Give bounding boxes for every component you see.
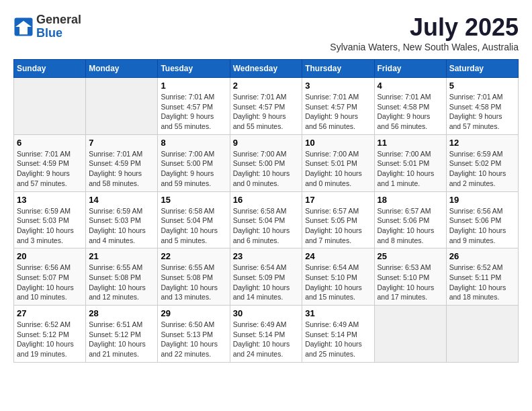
- calendar-cell: 11Sunrise: 7:00 AMSunset: 5:01 PMDayligh…: [374, 134, 446, 191]
- calendar-cell: 2Sunrise: 7:01 AMSunset: 4:57 PMDaylight…: [230, 78, 302, 135]
- calendar-cell: 30Sunrise: 6:49 AMSunset: 5:14 PMDayligh…: [230, 306, 302, 363]
- logo-general: General: [36, 13, 81, 27]
- calendar-cell: 4Sunrise: 7:01 AMSunset: 4:58 PMDaylight…: [374, 78, 446, 135]
- day-number: 21: [89, 251, 154, 261]
- day-info: Sunrise: 6:58 AMSunset: 5:04 PMDaylight:…: [161, 206, 226, 246]
- day-info: Sunrise: 6:58 AMSunset: 5:04 PMDaylight:…: [233, 206, 300, 246]
- calendar-cell: 15Sunrise: 6:58 AMSunset: 5:04 PMDayligh…: [158, 191, 230, 248]
- weekday-header: Monday: [86, 60, 158, 78]
- day-number: 3: [305, 81, 371, 91]
- day-number: 4: [378, 81, 443, 91]
- day-info: Sunrise: 6:55 AMSunset: 5:08 PMDaylight:…: [89, 263, 154, 302]
- day-number: 26: [449, 251, 515, 261]
- day-info: Sunrise: 6:49 AMSunset: 5:14 PMDaylight:…: [305, 320, 371, 359]
- calendar-cell: 9Sunrise: 7:00 AMSunset: 5:00 PMDaylight…: [230, 134, 302, 191]
- logo-icon: [13, 17, 34, 37]
- day-number: 11: [378, 138, 443, 148]
- day-info: Sunrise: 7:01 AMSunset: 4:59 PMDaylight:…: [89, 149, 154, 189]
- day-number: 29: [161, 308, 226, 318]
- day-info: Sunrise: 6:56 AMSunset: 5:07 PMDaylight:…: [17, 263, 83, 302]
- weekday-header: Friday: [374, 60, 446, 78]
- day-info: Sunrise: 6:52 AMSunset: 5:11 PMDaylight:…: [449, 263, 515, 302]
- day-number: 7: [89, 138, 154, 148]
- day-number: 9: [233, 138, 300, 148]
- calendar-cell: 31Sunrise: 6:49 AMSunset: 5:14 PMDayligh…: [302, 306, 374, 363]
- logo: General Blue: [13, 13, 81, 40]
- day-info: Sunrise: 7:00 AMSunset: 5:01 PMDaylight:…: [305, 149, 371, 189]
- day-number: 6: [17, 138, 83, 148]
- day-info: Sunrise: 6:51 AMSunset: 5:12 PMDaylight:…: [89, 320, 154, 359]
- day-number: 31: [305, 308, 371, 318]
- calendar-cell: 24Sunrise: 6:54 AMSunset: 5:10 PMDayligh…: [302, 248, 374, 306]
- calendar-week-row: 27Sunrise: 6:52 AMSunset: 5:12 PMDayligh…: [14, 306, 519, 363]
- calendar-table: SundayMondayTuesdayWednesdayThursdayFrid…: [13, 59, 519, 363]
- day-info: Sunrise: 7:01 AMSunset: 4:59 PMDaylight:…: [17, 149, 83, 189]
- day-info: Sunrise: 7:01 AMSunset: 4:57 PMDaylight:…: [305, 92, 371, 132]
- calendar-cell: 3Sunrise: 7:01 AMSunset: 4:57 PMDaylight…: [302, 78, 374, 135]
- weekday-header: Saturday: [446, 60, 518, 78]
- calendar-cell: 13Sunrise: 6:59 AMSunset: 5:03 PMDayligh…: [14, 191, 86, 248]
- calendar-week-row: 6Sunrise: 7:01 AMSunset: 4:59 PMDaylight…: [14, 134, 519, 191]
- day-info: Sunrise: 6:49 AMSunset: 5:14 PMDaylight:…: [233, 320, 300, 359]
- day-info: Sunrise: 7:00 AMSunset: 5:00 PMDaylight:…: [161, 149, 226, 189]
- day-info: Sunrise: 7:01 AMSunset: 4:58 PMDaylight:…: [378, 92, 443, 132]
- day-info: Sunrise: 6:59 AMSunset: 5:02 PMDaylight:…: [449, 149, 515, 189]
- weekday-header: Wednesday: [230, 60, 302, 78]
- calendar-week-row: 13Sunrise: 6:59 AMSunset: 5:03 PMDayligh…: [14, 191, 519, 248]
- day-number: 24: [305, 251, 371, 261]
- day-info: Sunrise: 7:01 AMSunset: 4:58 PMDaylight:…: [449, 92, 515, 132]
- calendar-cell: [86, 78, 158, 135]
- calendar-cell: 19Sunrise: 6:56 AMSunset: 5:06 PMDayligh…: [446, 191, 518, 248]
- calendar-cell: [14, 78, 86, 135]
- calendar-cell: 29Sunrise: 6:50 AMSunset: 5:13 PMDayligh…: [158, 306, 230, 363]
- calendar-cell: 22Sunrise: 6:55 AMSunset: 5:08 PMDayligh…: [158, 248, 230, 306]
- day-number: 25: [378, 251, 443, 261]
- day-info: Sunrise: 6:56 AMSunset: 5:06 PMDaylight:…: [449, 206, 515, 246]
- day-number: 30: [233, 308, 300, 318]
- calendar-week-row: 1Sunrise: 7:01 AMSunset: 4:57 PMDaylight…: [14, 78, 519, 135]
- weekday-header: Sunday: [14, 60, 86, 78]
- day-number: 15: [161, 195, 226, 205]
- day-number: 8: [161, 138, 226, 148]
- calendar-cell: 5Sunrise: 7:01 AMSunset: 4:58 PMDaylight…: [446, 78, 518, 135]
- calendar-cell: 12Sunrise: 6:59 AMSunset: 5:02 PMDayligh…: [446, 134, 518, 191]
- day-number: 22: [161, 251, 226, 261]
- calendar-cell: 28Sunrise: 6:51 AMSunset: 5:12 PMDayligh…: [86, 306, 158, 363]
- day-info: Sunrise: 6:54 AMSunset: 5:09 PMDaylight:…: [233, 263, 300, 302]
- logo-blue: Blue: [36, 27, 81, 40]
- logo-text: General Blue: [36, 13, 81, 40]
- weekday-header: Thursday: [302, 60, 374, 78]
- location-subtitle: Sylvania Waters, New South Wales, Austra…: [330, 42, 519, 52]
- day-info: Sunrise: 6:59 AMSunset: 5:03 PMDaylight:…: [89, 206, 154, 246]
- day-number: 17: [305, 195, 371, 205]
- day-number: 16: [233, 195, 300, 205]
- day-number: 19: [449, 195, 515, 205]
- day-info: Sunrise: 6:54 AMSunset: 5:10 PMDaylight:…: [305, 263, 371, 302]
- calendar-cell: 26Sunrise: 6:52 AMSunset: 5:11 PMDayligh…: [446, 248, 518, 306]
- day-info: Sunrise: 6:59 AMSunset: 5:03 PMDaylight:…: [17, 206, 83, 246]
- calendar-cell: 20Sunrise: 6:56 AMSunset: 5:07 PMDayligh…: [14, 248, 86, 306]
- day-number: 1: [161, 81, 226, 91]
- day-number: 20: [17, 251, 83, 261]
- day-info: Sunrise: 7:00 AMSunset: 5:01 PMDaylight:…: [378, 149, 443, 189]
- day-number: 5: [449, 81, 515, 91]
- calendar-cell: 16Sunrise: 6:58 AMSunset: 5:04 PMDayligh…: [230, 191, 302, 248]
- calendar-cell: 21Sunrise: 6:55 AMSunset: 5:08 PMDayligh…: [86, 248, 158, 306]
- day-info: Sunrise: 6:50 AMSunset: 5:13 PMDaylight:…: [161, 320, 226, 359]
- calendar-cell: 27Sunrise: 6:52 AMSunset: 5:12 PMDayligh…: [14, 306, 86, 363]
- day-number: 13: [17, 195, 83, 205]
- page-header: General Blue July 2025 Sylvania Waters, …: [13, 13, 519, 52]
- day-number: 27: [17, 308, 83, 318]
- calendar-week-row: 20Sunrise: 6:56 AMSunset: 5:07 PMDayligh…: [14, 248, 519, 306]
- calendar-cell: 10Sunrise: 7:00 AMSunset: 5:01 PMDayligh…: [302, 134, 374, 191]
- day-number: 18: [378, 195, 443, 205]
- calendar-cell: 23Sunrise: 6:54 AMSunset: 5:09 PMDayligh…: [230, 248, 302, 306]
- calendar-cell: 14Sunrise: 6:59 AMSunset: 5:03 PMDayligh…: [86, 191, 158, 248]
- calendar-cell: 17Sunrise: 6:57 AMSunset: 5:05 PMDayligh…: [302, 191, 374, 248]
- day-info: Sunrise: 6:57 AMSunset: 5:05 PMDaylight:…: [305, 206, 371, 246]
- calendar-cell: 7Sunrise: 7:01 AMSunset: 4:59 PMDaylight…: [86, 134, 158, 191]
- calendar-header-row: SundayMondayTuesdayWednesdayThursdayFrid…: [14, 60, 519, 78]
- day-info: Sunrise: 6:52 AMSunset: 5:12 PMDaylight:…: [17, 320, 83, 359]
- day-number: 2: [233, 81, 300, 91]
- day-info: Sunrise: 6:53 AMSunset: 5:10 PMDaylight:…: [378, 263, 443, 302]
